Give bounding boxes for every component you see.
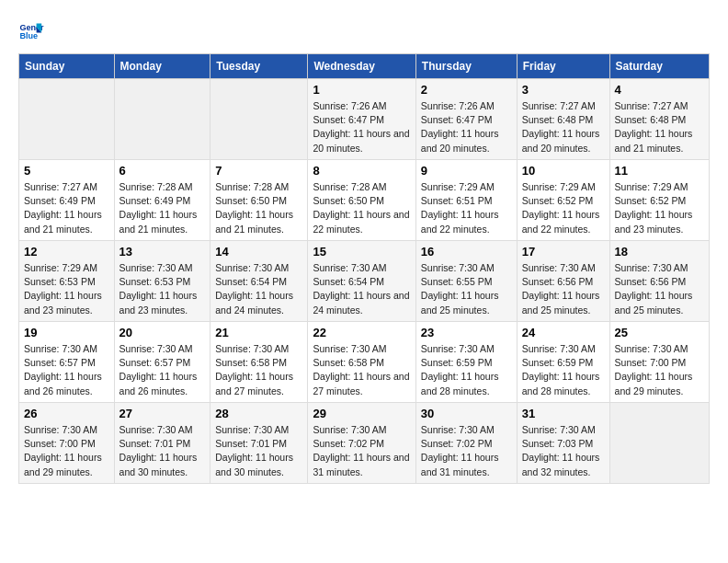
calendar-cell: 22Sunrise: 7:30 AMSunset: 6:58 PMDayligh… — [308, 322, 415, 403]
day-number: 4 — [615, 83, 704, 97]
sunset-text: Sunset: 6:52 PM — [522, 195, 594, 206]
sunset-text: Sunset: 6:56 PM — [522, 276, 594, 287]
day-info: Sunrise: 7:30 AMSunset: 6:56 PMDaylight:… — [615, 261, 704, 317]
sunset-text: Sunset: 7:02 PM — [313, 438, 384, 449]
sunrise-text: Sunrise: 7:30 AM — [313, 424, 386, 435]
daylight-text: Daylight: 11 hours and 29 minutes. — [615, 371, 693, 396]
daylight-text: Daylight: 11 hours and 23 minutes. — [615, 209, 693, 234]
day-number: 8 — [313, 164, 410, 178]
sunset-text: Sunset: 6:50 PM — [215, 195, 287, 206]
sunrise-text: Sunrise: 7:30 AM — [522, 343, 596, 354]
day-number: 13 — [119, 245, 206, 259]
calendar-cell: 28Sunrise: 7:30 AMSunset: 7:01 PMDayligh… — [210, 403, 308, 484]
day-info: Sunrise: 7:27 AMSunset: 6:48 PMDaylight:… — [615, 99, 704, 155]
day-number: 28 — [215, 407, 302, 420]
daylight-text: Daylight: 11 hours and 21 minutes. — [615, 128, 693, 153]
calendar-week-row: 12Sunrise: 7:29 AMSunset: 6:53 PMDayligh… — [19, 241, 710, 322]
day-info: Sunrise: 7:30 AMSunset: 7:01 PMDaylight:… — [215, 423, 302, 479]
logo: General Blue — [18, 18, 44, 44]
day-info: Sunrise: 7:26 AMSunset: 6:47 PMDaylight:… — [313, 99, 410, 155]
calendar-cell: 26Sunrise: 7:30 AMSunset: 7:00 PMDayligh… — [19, 403, 115, 484]
day-info: Sunrise: 7:30 AMSunset: 7:03 PMDaylight:… — [522, 423, 605, 479]
calendar-cell: 9Sunrise: 7:29 AMSunset: 6:51 PMDaylight… — [415, 160, 517, 241]
day-number: 14 — [215, 245, 302, 259]
day-info: Sunrise: 7:30 AMSunset: 6:58 PMDaylight:… — [313, 342, 410, 398]
calendar-cell: 24Sunrise: 7:30 AMSunset: 6:59 PMDayligh… — [517, 322, 609, 403]
calendar-week-row: 26Sunrise: 7:30 AMSunset: 7:00 PMDayligh… — [19, 403, 710, 484]
day-number: 18 — [615, 245, 704, 259]
calendar-cell: 18Sunrise: 7:30 AMSunset: 6:56 PMDayligh… — [609, 241, 709, 322]
calendar-cell — [114, 79, 210, 160]
calendar-cell: 16Sunrise: 7:30 AMSunset: 6:55 PMDayligh… — [415, 241, 517, 322]
calendar-cell: 27Sunrise: 7:30 AMSunset: 7:01 PMDayligh… — [114, 403, 210, 484]
sunset-text: Sunset: 6:48 PM — [615, 114, 687, 125]
sunset-text: Sunset: 7:03 PM — [522, 438, 594, 449]
daylight-text: Daylight: 11 hours and 30 minutes. — [119, 452, 198, 477]
day-number: 22 — [313, 326, 410, 339]
page-header: General Blue — [18, 18, 710, 44]
sunset-text: Sunset: 6:54 PM — [313, 276, 384, 287]
day-info: Sunrise: 7:30 AMSunset: 7:00 PMDaylight:… — [615, 342, 704, 398]
daylight-text: Daylight: 11 hours and 25 minutes. — [522, 290, 600, 315]
sunset-text: Sunset: 6:59 PM — [522, 357, 594, 368]
day-info: Sunrise: 7:29 AMSunset: 6:51 PMDaylight:… — [421, 180, 512, 236]
daylight-text: Daylight: 11 hours and 21 minutes. — [215, 209, 293, 234]
sunset-text: Sunset: 6:55 PM — [421, 276, 493, 287]
sunrise-text: Sunrise: 7:28 AM — [313, 181, 386, 192]
day-number: 24 — [522, 326, 605, 339]
calendar-cell: 20Sunrise: 7:30 AMSunset: 6:57 PMDayligh… — [114, 322, 210, 403]
sunrise-text: Sunrise: 7:30 AM — [119, 262, 193, 273]
sunset-text: Sunset: 6:56 PM — [615, 276, 687, 287]
sunset-text: Sunset: 7:01 PM — [119, 438, 191, 449]
sunrise-text: Sunrise: 7:26 AM — [421, 100, 495, 111]
sunset-text: Sunset: 6:58 PM — [313, 357, 384, 368]
day-number: 17 — [522, 245, 605, 259]
calendar-cell: 6Sunrise: 7:28 AMSunset: 6:49 PMDaylight… — [114, 160, 210, 241]
day-info: Sunrise: 7:29 AMSunset: 6:52 PMDaylight:… — [522, 180, 605, 236]
day-info: Sunrise: 7:30 AMSunset: 6:55 PMDaylight:… — [421, 261, 512, 317]
daylight-text: Daylight: 11 hours and 22 minutes. — [313, 209, 409, 234]
daylight-text: Daylight: 11 hours and 26 minutes. — [24, 371, 102, 396]
day-number: 20 — [119, 326, 206, 339]
daylight-text: Daylight: 11 hours and 24 minutes. — [215, 290, 293, 315]
sunrise-text: Sunrise: 7:26 AM — [313, 100, 386, 111]
sunrise-text: Sunrise: 7:30 AM — [313, 262, 386, 273]
daylight-text: Daylight: 11 hours and 29 minutes. — [24, 452, 102, 477]
day-number: 31 — [522, 407, 605, 420]
day-number: 29 — [313, 407, 410, 420]
calendar-week-row: 19Sunrise: 7:30 AMSunset: 6:57 PMDayligh… — [19, 322, 710, 403]
sunset-text: Sunset: 6:57 PM — [119, 357, 191, 368]
daylight-text: Daylight: 11 hours and 30 minutes. — [215, 452, 293, 477]
day-info: Sunrise: 7:26 AMSunset: 6:47 PMDaylight:… — [421, 99, 512, 155]
sunset-text: Sunset: 6:49 PM — [119, 195, 191, 206]
sunrise-text: Sunrise: 7:30 AM — [313, 343, 386, 354]
daylight-text: Daylight: 11 hours and 24 minutes. — [313, 290, 409, 315]
day-number: 10 — [522, 164, 605, 178]
daylight-text: Daylight: 11 hours and 23 minutes. — [119, 290, 198, 315]
sunset-text: Sunset: 7:00 PM — [24, 438, 96, 449]
day-number: 16 — [421, 245, 512, 259]
day-number: 27 — [119, 407, 206, 420]
day-info: Sunrise: 7:30 AMSunset: 6:59 PMDaylight:… — [522, 342, 605, 398]
sunset-text: Sunset: 6:47 PM — [313, 114, 384, 125]
day-number: 2 — [421, 83, 512, 97]
day-number: 23 — [421, 326, 512, 339]
calendar-cell: 3Sunrise: 7:27 AMSunset: 6:48 PMDaylight… — [517, 79, 609, 160]
sunrise-text: Sunrise: 7:28 AM — [215, 181, 289, 192]
day-info: Sunrise: 7:30 AMSunset: 7:01 PMDaylight:… — [119, 423, 206, 479]
day-number: 30 — [421, 407, 512, 420]
day-of-week-header: Tuesday — [210, 54, 308, 79]
day-number: 11 — [615, 164, 704, 178]
calendar-cell: 7Sunrise: 7:28 AMSunset: 6:50 PMDaylight… — [210, 160, 308, 241]
day-number: 12 — [24, 245, 109, 259]
daylight-text: Daylight: 11 hours and 28 minutes. — [522, 371, 600, 396]
sunset-text: Sunset: 6:49 PM — [24, 195, 96, 206]
sunrise-text: Sunrise: 7:29 AM — [421, 181, 495, 192]
sunset-text: Sunset: 6:53 PM — [119, 276, 191, 287]
svg-text:Blue: Blue — [19, 31, 38, 40]
sunrise-text: Sunrise: 7:30 AM — [615, 343, 688, 354]
day-number: 25 — [615, 326, 704, 339]
day-info: Sunrise: 7:28 AMSunset: 6:50 PMDaylight:… — [215, 180, 302, 236]
daylight-text: Daylight: 11 hours and 22 minutes. — [522, 209, 600, 234]
sunrise-text: Sunrise: 7:30 AM — [24, 343, 97, 354]
